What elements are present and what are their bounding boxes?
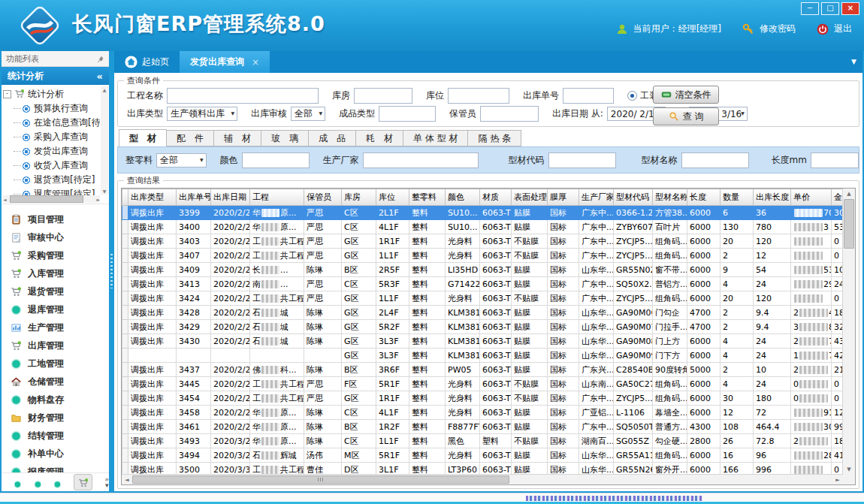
factory-input[interactable]	[363, 152, 479, 168]
change-password-link[interactable]: 修改密码	[760, 23, 796, 35]
sidebar-splitter[interactable]	[109, 51, 114, 491]
tree-item[interactable]: 收货入库查询	[14, 158, 100, 173]
column-header[interactable]: 膜厚	[548, 189, 579, 206]
material-tab[interactable]: 耗 材	[356, 130, 403, 146]
table-row[interactable]: 调拨出库34292020/2/26石城陈琳G区5R2F整料KLM38176063…	[122, 320, 844, 334]
circle-icon[interactable]	[34, 478, 42, 487]
cart-button[interactable]	[74, 474, 92, 490]
table-row[interactable]: 调拨出库35002020/3/3工共工程曹佳D区3L1F整料LT3P606063…	[122, 463, 844, 475]
material-tab[interactable]: 型 材	[119, 129, 167, 146]
warehouse-input[interactable]	[354, 88, 412, 104]
circle-icon[interactable]	[14, 478, 22, 487]
close-button[interactable]: ×	[841, 2, 859, 15]
maximize-button[interactable]: □	[821, 2, 839, 15]
column-header[interactable]: 保管员	[304, 189, 342, 206]
project-name-input[interactable]	[167, 88, 319, 104]
table-row[interactable]: 调拨出库34942020/3/2石辉城汤伟M区5R1F整料光身料6063-T5贴…	[122, 448, 844, 463]
column-header[interactable]: 长度	[687, 189, 721, 206]
tree-item[interactable]: 退库管理[待定]	[14, 187, 100, 195]
column-header[interactable]: 表面处理	[512, 189, 548, 206]
product-type-input[interactable]	[379, 106, 436, 122]
tree-item[interactable]: 发货出库查询	[14, 144, 100, 158]
tree-vertical-scrollbar[interactable]: ▲▼	[101, 86, 108, 195]
tab-home[interactable]: 起始页	[114, 51, 180, 73]
sidebar-menu-item[interactable]: 退货管理	[2, 282, 109, 300]
material-tab[interactable]: 成 品	[309, 130, 356, 146]
color-input[interactable]	[242, 152, 310, 168]
material-tab[interactable]: 配 件	[167, 130, 214, 146]
column-header[interactable]: 生产厂家	[579, 189, 614, 206]
column-header[interactable]: 颜色	[446, 189, 480, 206]
tree-item[interactable]: 在途信息查询[待定]	[14, 116, 100, 130]
sidebar-menu-item[interactable]: 报废管理	[2, 463, 109, 472]
location-input[interactable]	[448, 88, 509, 104]
column-header[interactable]: 工程	[250, 189, 304, 206]
table-row[interactable]: 调拨出库34932020/3/2华原...陈琳C区1L1F整料黑色塑料不贴膜国标…	[122, 434, 844, 448]
table-row[interactable]: 调拨出库34612020/2/28华原...陈琳B区1R2F整料F8877FT6…	[122, 420, 844, 434]
minimize-button[interactable]: −	[801, 2, 819, 15]
circle-icon[interactable]	[53, 478, 62, 487]
tab-close-icon[interactable]: ×	[252, 57, 259, 68]
sidebar-menu-item[interactable]: 财务管理	[2, 409, 109, 427]
tree-item[interactable]: 采购入库查询	[14, 130, 100, 144]
material-tab[interactable]: 玻 璃	[261, 130, 309, 146]
column-header[interactable]: 库位	[376, 189, 409, 206]
column-header[interactable]: 材质	[480, 189, 512, 206]
material-tab[interactable]: 辅 材	[214, 130, 261, 146]
column-header[interactable]: 型材名称	[653, 189, 687, 206]
column-header[interactable]: 出库长度	[754, 189, 791, 206]
table-row[interactable]: 调拨出库34282020/2/26石城陈琳G区2L4F整料KLM38176063…	[122, 306, 844, 320]
sidebar-menu-item[interactable]: 结转管理	[2, 427, 109, 445]
tree-item[interactable]: 退货查询[待定]	[14, 173, 100, 187]
table-row[interactable]: 调拨出库34582020/2/28华原...陈琳C区4L1F整料光身料6063-…	[122, 406, 844, 420]
table-row[interactable]: 调拨出库34002020/2/25华原...严思C区4L1F整料SU10...6…	[122, 220, 844, 234]
column-header[interactable]: 型材代码	[614, 189, 653, 206]
sidebar-menu-item[interactable]: 物料盘存	[2, 391, 109, 409]
grid-vertical-scrollbar[interactable]: ▲▼	[842, 189, 855, 475]
clear-conditions-button[interactable]: 清空条件	[653, 86, 719, 104]
column-header[interactable]: 单价	[791, 189, 832, 206]
sidebar-menu-item[interactable]: 退库管理	[2, 300, 109, 318]
tree-root[interactable]: - 统计分析	[3, 86, 100, 101]
column-header[interactable]: 出库类型	[128, 189, 177, 206]
column-header[interactable]: 库房	[342, 189, 376, 206]
sidebar-menu-item[interactable]: 补单中心	[2, 445, 109, 463]
column-header[interactable]: 金	[832, 189, 844, 206]
profile-code-input[interactable]	[548, 152, 616, 168]
grid-horizontal-scrollbar[interactable]: ◄►	[122, 474, 843, 484]
material-tab[interactable]: 隔 热 条	[468, 130, 521, 146]
tab-shipping-query[interactable]: 发货出库查询 ×	[180, 51, 270, 73]
material-tab[interactable]: 单 体 型 材	[403, 130, 468, 146]
column-header[interactable]: 出库单号	[177, 189, 211, 206]
search-button[interactable]: 查 询	[653, 107, 719, 125]
sidebar-menu-item[interactable]: 审核中心	[2, 228, 109, 246]
column-header[interactable]: 整零料	[409, 189, 446, 206]
table-row[interactable]: 调拨出库34242020/2/26工共工程严思G区1L1F整料光身料6063-T…	[122, 291, 844, 306]
table-row[interactable]: 调拨出库34092020/2/25长...陈琳B区2R5F整料LI35HD606…	[122, 263, 844, 277]
column-header[interactable]: 数量	[721, 189, 754, 206]
tree-expander-icon[interactable]: -	[3, 90, 11, 98]
tree-horizontal-scrollbar[interactable]: ◄►	[3, 195, 100, 203]
scrollbar-thumb[interactable]	[844, 199, 854, 249]
profile-name-input[interactable]	[681, 152, 749, 168]
collapse-icon[interactable]: «	[97, 71, 103, 82]
order-no-input[interactable]	[563, 88, 614, 104]
scrollbar-thumb[interactable]	[132, 475, 509, 484]
column-header[interactable]: 出库日期	[211, 189, 250, 206]
radio-gongzhuang[interactable]	[627, 91, 637, 101]
table-row[interactable]: 调拨出库34452020/2/27工共工程严思F区5R1F整料光身料6063-T…	[122, 377, 844, 391]
logout-link[interactable]: 退出	[834, 23, 852, 35]
sidebar-menu-item[interactable]: 出库管理	[2, 337, 109, 355]
tree-item[interactable]: 预算执行查询	[14, 101, 100, 116]
table-row[interactable]: 调拨出库34372020/2/27佛科...陈琳B区3R6F整料PW056063…	[122, 363, 844, 377]
pin-icon[interactable]	[96, 55, 104, 63]
table-row[interactable]: G区3L3F整料KLM38176063-T5贴膜国标山东华...GA90M09.…	[122, 349, 844, 363]
table-row[interactable]: 调拨出库34542020/2/28工共工程严思G区1R1F整料光身料6063-T…	[122, 391, 844, 406]
sidebar-section-header[interactable]: 统计分析 «	[2, 67, 109, 85]
table-row[interactable]: 调拨出库34132020/2/26南...严思C区5R3F整料G71422606…	[122, 277, 844, 291]
sidebar-menu-item[interactable]: 生产管理	[2, 318, 109, 337]
sidebar-menu-item[interactable]: 工地管理	[2, 355, 109, 373]
sidebar-menu-item[interactable]: 仓储管理	[2, 373, 109, 391]
table-row[interactable]: 调拨出库34072020/2/25工共工程严思G区1L1F整料光身料6063-T…	[122, 249, 844, 263]
table-row[interactable]: 调拨出库34032020/2/25工共工程严思G区1R1F整料光身料6063-T…	[122, 234, 844, 249]
